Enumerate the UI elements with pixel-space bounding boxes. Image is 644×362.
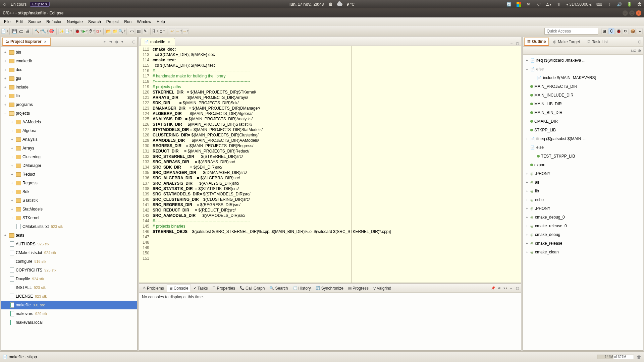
perspective-debug-button[interactable]: 🐞	[615, 28, 622, 34]
tree-item-makevars[interactable]: makevars929 stk	[1, 309, 137, 318]
menu-project[interactable]: Project	[104, 18, 121, 25]
perspective-more-button[interactable]: »	[637, 28, 643, 34]
editor-tab-close-icon[interactable]: ×	[167, 40, 171, 44]
menu-run[interactable]: Run	[121, 18, 134, 25]
outline-maximize-button[interactable]: ▢	[637, 40, 642, 44]
tree-item-programs[interactable]: +programs	[1, 100, 137, 109]
tray-windows-icon[interactable]	[517, 2, 521, 7]
menu-file[interactable]: File	[1, 18, 13, 25]
tree-item-statmodels[interactable]: +StatModels	[1, 205, 137, 214]
tree-item-lib[interactable]: +lib	[1, 92, 137, 100]
tree-item-statistik[interactable]: +STatistiK	[1, 196, 137, 205]
menu-refactor[interactable]: Refactor	[44, 18, 64, 25]
tree-item-arrays[interactable]: +Arrays	[1, 144, 137, 153]
next-annotation-button[interactable]: ↧	[152, 28, 158, 34]
pin-console-button[interactable]: 📌	[491, 286, 495, 291]
bottom-tab-call-graph[interactable]: 📞Call Graph	[238, 285, 267, 292]
forward-button[interactable]: →	[182, 28, 189, 34]
outline-item[interactable]: STKPP_LIB	[523, 126, 643, 134]
bottom-tab-search[interactable]: 🔍Search	[267, 285, 290, 292]
tree-item-cmakedir[interactable]: +cmakedir	[1, 57, 137, 65]
tree-item-bin[interactable]: +bin	[1, 48, 137, 57]
tree-item-cmakelists-txt[interactable]: CMakeLists.txt923 stk	[1, 222, 137, 231]
outline-item[interactable]: +cmake_release_0	[523, 222, 643, 230]
tree-item-include[interactable]: +include	[1, 83, 137, 92]
print-button[interactable]: 🖨	[25, 28, 31, 34]
menu-source[interactable]: Source	[25, 18, 44, 25]
external-tools-button[interactable]: ⧉	[95, 28, 101, 34]
app-menu[interactable]: Eclipse ▾	[30, 2, 50, 7]
tray-update-icon[interactable]: 🔄	[506, 2, 512, 7]
open-perspective-button[interactable]: ⊞	[601, 28, 607, 34]
prev-annotation-button[interactable]: ↥	[159, 28, 165, 34]
bottom-maximize-button[interactable]: ▢	[515, 286, 520, 291]
tray-mail-icon[interactable]: ✉	[526, 2, 531, 7]
outline-item[interactable]: MAIN_LIB_DIR	[523, 100, 643, 108]
outline-item[interactable]: +cmake_debug_0	[523, 213, 643, 222]
maximize-view-button[interactable]: ▢	[131, 40, 136, 44]
tree-item-configure[interactable]: configure816 stk	[1, 257, 137, 266]
link-editor-button[interactable]: ⇆	[108, 40, 113, 44]
new-class-button[interactable]: 📑	[65, 28, 71, 34]
outline-item[interactable]: +cmake_release	[523, 239, 643, 248]
tree-item-clustering[interactable]: +Clustering	[1, 153, 137, 161]
tree-item-dmanager[interactable]: +DManager	[1, 161, 137, 170]
view-menu-button[interactable]: ▾	[120, 40, 124, 44]
bottom-minimize-button[interactable]: –	[509, 286, 514, 291]
debug-button[interactable]: 🐞	[75, 28, 81, 34]
menu-navigate[interactable]: Navigate	[64, 18, 85, 25]
open-type-button[interactable]: 📂	[105, 28, 111, 34]
toggle-mark-button[interactable]: ▭	[129, 28, 135, 34]
bottom-tab-problems[interactable]: ⚠Problems	[141, 285, 166, 292]
display-console-button[interactable]: 🖥	[497, 286, 501, 291]
outline-focus-button[interactable]: ◑	[637, 48, 642, 53]
tree-item-analysis[interactable]: +Analysis	[1, 135, 137, 144]
outline-item[interactable]: –📄else	[523, 65, 643, 73]
tree-item-regress[interactable]: +Regress	[1, 179, 137, 187]
outline-item[interactable]: 📄include $(MAIN_MAKEVARS)	[523, 73, 643, 82]
tree-item-gui[interactable]: +gui	[1, 74, 137, 83]
editor-maximize-button[interactable]: ▢	[515, 41, 520, 46]
tray-volume-icon[interactable]: 🔊	[616, 2, 622, 7]
save-all-button[interactable]: 🗃	[18, 28, 24, 34]
search-button[interactable]: 🔍	[119, 28, 125, 34]
tray-network-icon[interactable]: ⥮	[556, 2, 561, 7]
tray-bluetooth-icon[interactable]: ᛒ	[606, 2, 612, 7]
new-button[interactable]: 📄	[1, 28, 7, 34]
outline-item[interactable]: +cmake_debug	[523, 230, 643, 239]
tree-item-copyrights[interactable]: COPYRIGHTS925 stk	[1, 266, 137, 275]
tree-item-projects[interactable]: –projects	[1, 109, 137, 118]
editor-tab-makefile[interactable]: 📄 makefile ×	[141, 38, 175, 46]
outline-item[interactable]: +echo	[523, 195, 643, 204]
run-button[interactable]: ▶	[82, 28, 88, 34]
outline-minimize-button[interactable]: –	[631, 40, 636, 44]
menu-edit[interactable]: Edit	[13, 18, 25, 25]
outline-item[interactable]: +📄ifneq ($(patsubst $(MAIN_...	[523, 134, 643, 143]
outline-item[interactable]: –📄else	[523, 143, 643, 152]
bottom-tab-valgrind[interactable]: VValgrind	[371, 285, 393, 292]
project-tree[interactable]: +bin+cmakedir+doc+gui+include+lib+progra…	[1, 47, 137, 350]
activities-label[interactable]: En cours	[11, 2, 26, 7]
tree-item-doc[interactable]: +doc	[1, 65, 137, 74]
build-target-button[interactable]: 🎯	[48, 28, 54, 34]
outline-tab-task-list[interactable]: ☑Task List	[584, 38, 611, 46]
outline-tab-outline[interactable]: ☷Outline	[524, 38, 549, 46]
outline-item[interactable]: +.PHONY	[523, 204, 643, 213]
tray-keyboard-icon[interactable]: ⌨	[596, 2, 602, 7]
tree-item-algebra[interactable]: +Algebra	[1, 126, 137, 135]
toggle-block-button[interactable]: ▥	[136, 28, 142, 34]
outline-item[interactable]: TEST_STKPP_LIB	[523, 152, 643, 161]
outline-item[interactable]: CMAKE_DIR	[523, 117, 643, 126]
outline-item[interactable]: +cmake_clean	[523, 248, 643, 256]
tab-close-icon[interactable]: ×	[43, 39, 48, 44]
bottom-tab-history[interactable]: 🕘History	[291, 285, 313, 292]
tree-item-install[interactable]: INSTALL923 stk	[1, 283, 137, 292]
bottom-tab-synchronize[interactable]: 🔄Synchronize	[314, 285, 345, 292]
outline-tree[interactable]: +📄ifeq ($(wildcard ./makeva ...–📄else📄in…	[523, 55, 643, 350]
heap-indicator[interactable]: 144M of 327M	[597, 355, 634, 359]
activities-icon[interactable]: ☺	[2, 2, 7, 7]
tree-item-license[interactable]: LICENSE923 stk	[1, 292, 137, 301]
outline-tab-make-target[interactable]: ◎Make Target	[550, 38, 583, 46]
back-button[interactable]: ←	[176, 28, 182, 34]
outline-item[interactable]: +all	[523, 178, 643, 187]
